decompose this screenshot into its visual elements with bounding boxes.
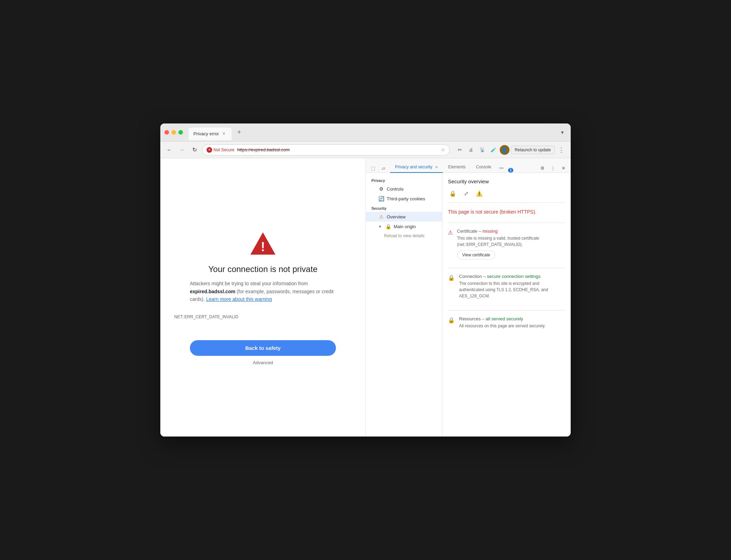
content-divider-3 [448,310,565,311]
devtools-tabs-bar: ⬚ ▱ Privacy and security ✕ Elements Cons… [366,158,571,173]
profile-avatar[interactable]: 👤 [500,145,509,155]
cookies-icon: 🔄 [378,196,384,201]
main-content: ! Your connection is not private Attacke… [160,158,571,437]
devtools-settings-icon[interactable]: ⚙ [538,163,547,173]
devtools-dock-icons: ⬚ ▱ [369,163,388,173]
resources-desc: All resources on this page are served se… [459,323,546,329]
sidebar-item-main-origin[interactable]: ▼ 🔒 Main origin [366,222,442,231]
error-page: ! Your connection is not private Attacke… [160,158,366,437]
security-section-label: Security [366,203,442,212]
expand-status-icon[interactable]: ⤢ [461,189,471,198]
more-menu-button[interactable]: ⋮ [556,145,567,154]
resources-content: Resources – all served securely All reso… [459,316,546,332]
tab-close-button[interactable]: ✕ [221,131,227,137]
connection-item: 🔒 Connection – secure connection setting… [448,274,565,302]
inspect-element-icon[interactable]: ⬚ [369,163,378,173]
main-origin-lock-icon: 🔒 [385,224,391,229]
back-to-safety-button[interactable]: Back to safety [190,340,336,356]
traffic-lights [164,130,183,135]
address-bar[interactable]: ✕ Not Secure https://expired.badssl.com … [202,144,450,155]
connection-content: Connection – secure connection settings … [459,274,565,302]
forward-button[interactable]: → [177,145,187,155]
cut-icon[interactable]: ✂ [455,145,465,155]
controls-icon: ⚙ [378,186,384,192]
cast-icon[interactable]: 📡 [477,145,487,155]
sidebar-item-reload-details: Reload to view details [366,231,442,240]
error-site-name: expired.badssl.com [190,289,235,294]
svg-text:!: ! [261,240,265,254]
learn-more-link[interactable]: Learn more about this warning [206,296,272,302]
url-protocol: https:// [237,147,251,152]
device-toolbar-icon[interactable]: ▱ [379,163,388,173]
nav-bar: ← → ↻ ✕ Not Secure https://expired.badss… [160,142,571,158]
security-status-icons: 🔒 ⤢ ⚠️ [448,189,565,203]
warning-triangle-icon: ! [249,230,277,257]
back-button[interactable]: ← [164,145,174,155]
view-certificate-button[interactable]: View certificate [457,250,495,259]
sidebar-item-overview[interactable]: ⚠ Overview [366,212,442,222]
not-secure-label: Not Secure [214,147,234,152]
url-display: https://expired.badssl.com [237,147,290,152]
tab-privacy-security[interactable]: Privacy and security ✕ [390,162,443,173]
certificate-title: Certificate – missing [457,229,565,234]
content-divider-2 [448,268,565,268]
browser-window: Privacy error ✕ + ▾ ← → ↻ ✕ Not Secure h… [160,123,571,437]
minimize-traffic-light[interactable] [171,130,176,135]
resources-title: Resources – all served securely [459,316,546,321]
lock-status-icon[interactable]: 🔒 [448,189,458,198]
print-icon[interactable]: 🖨 [466,145,476,155]
tab-list-button[interactable]: ▾ [558,128,567,137]
tab-privacy-close[interactable]: ✕ [435,165,438,169]
devtools-security-content: Security overview 🔒 ⤢ ⚠️ This page is no… [442,173,571,437]
not-secure-badge[interactable]: ✕ Not Secure [207,147,234,153]
connection-desc: The connection to this site is encrypted… [459,280,565,299]
certificate-content: Certificate – missing This site is missi… [457,229,565,259]
toolbar-icons: ✂ 🖨 📡 🧪 👤 Relaunch to update ⋮ [455,145,567,155]
overview-warning-icon: ⚠ [378,214,384,219]
labs-icon[interactable]: 🧪 [489,145,498,155]
resources-status: all served securely [486,316,523,321]
tab-console[interactable]: Console [471,162,496,173]
reload-button[interactable]: ↻ [190,145,199,155]
devtools-more-icon[interactable]: ⋮ [548,163,557,173]
devtools-panel: ⬚ ▱ Privacy and security ✕ Elements Cons… [366,158,571,437]
security-overview-title: Security overview [448,178,565,184]
warning-status-icon[interactable]: ⚠️ [474,189,484,198]
security-status-text: This page is not secure (broken HTTPS). [448,208,565,216]
devtools-body: Privacy ⚙ Controls 🔄 Third-party cookies… [366,173,571,437]
tab-elements[interactable]: Elements [443,162,471,173]
title-bar: Privacy error ✕ + ▾ [160,123,571,142]
devtools-sidebar: Privacy ⚙ Controls 🔄 Third-party cookies… [366,173,442,437]
connection-status: secure connection settings [487,274,540,279]
chat-badge: 1 [508,168,514,173]
tab-label: Privacy error [193,131,219,136]
error-title: Your connection is not private [208,264,318,274]
relaunch-button[interactable]: Relaunch to update [511,146,555,154]
connection-title: Connection – secure connection settings [459,274,565,279]
content-divider-1 [448,223,565,223]
active-tab[interactable]: Privacy error ✕ [188,128,232,140]
advanced-link[interactable]: Advanced [253,360,273,365]
resources-item: 🔒 Resources – all served securely All re… [448,316,565,332]
maximize-traffic-light[interactable] [178,130,183,135]
error-code: NET::ERR_CERT_DATE_INVALID [174,314,238,319]
privacy-section-label: Privacy [366,176,442,184]
devtools-close-icon[interactable]: ✕ [559,163,568,173]
certificate-status: missing [482,229,498,234]
bookmark-icon[interactable]: ☆ [441,147,445,152]
close-traffic-light[interactable] [164,130,169,135]
not-secure-icon: ✕ [207,147,212,153]
chevron-down-icon: ▼ [378,225,382,229]
error-description: Attackers might be trying to steal your … [190,280,336,303]
sidebar-item-controls[interactable]: ⚙ Controls [366,184,442,194]
more-tabs-button[interactable]: >> [497,163,506,173]
certificate-desc: This site is missing a valid, trusted ce… [457,235,565,248]
certificate-warning-icon: ⚠ [448,229,453,259]
certificate-item: ⚠ Certificate – missing This site is mis… [448,229,565,259]
resources-lock-icon: 🔒 [448,317,455,332]
connection-lock-icon: 🔒 [448,274,455,302]
url-domain: expired.badssl.com [251,147,290,152]
new-tab-button[interactable]: + [234,128,244,137]
sidebar-item-cookies[interactable]: 🔄 Third-party cookies [366,194,442,203]
address-bar-icons: ☆ [441,147,445,152]
